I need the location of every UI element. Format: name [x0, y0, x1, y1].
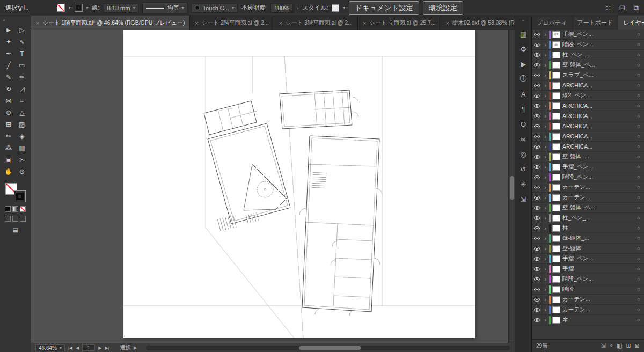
target-circle-icon[interactable]: ○	[633, 52, 644, 57]
chevron-down-icon[interactable]: ▾	[181, 5, 184, 10]
style-swatch[interactable]	[332, 4, 339, 12]
history-icon[interactable]: ↺	[515, 162, 531, 177]
opentype-icon[interactable]: O	[515, 116, 531, 131]
previous-artboard-button[interactable]: ◀	[76, 346, 79, 350]
rectangle-tool[interactable]: ▭	[16, 60, 29, 71]
chevron-down-icon[interactable]: ▾	[69, 5, 71, 10]
expand-chevron-icon[interactable]: ›	[542, 276, 549, 282]
layer-row[interactable]: ›カーテン...○	[532, 305, 644, 315]
layer-row[interactable]: ›線2_ペン...○	[532, 91, 644, 101]
next-artboard-button[interactable]: ▶	[98, 346, 101, 350]
blend-tool[interactable]: ◈	[16, 130, 29, 142]
visibility-toggle[interactable]	[532, 40, 542, 49]
character-icon[interactable]: A	[515, 86, 531, 101]
layer-row[interactable]: ›壁-躯体_...○	[532, 152, 644, 162]
gradient-mode-button[interactable]	[12, 206, 18, 212]
line-segment-tool[interactable]: ╱	[2, 60, 16, 71]
target-circle-icon[interactable]: ○	[633, 154, 644, 159]
visibility-toggle[interactable]	[532, 70, 542, 80]
zoom-control[interactable]: 46.64% ▾	[35, 344, 65, 351]
horizontal-scrollbar[interactable]	[146, 346, 510, 350]
target-circle-icon[interactable]: ○	[633, 144, 644, 149]
status-flyout-icon[interactable]: ▶	[134, 345, 137, 350]
layer-row[interactable]: ›階段○	[532, 284, 644, 295]
none-mode-button[interactable]	[20, 206, 26, 212]
free-transform-tool[interactable]: ⌗	[16, 95, 29, 106]
color-mode-button[interactable]	[5, 206, 11, 212]
expand-chevron-icon[interactable]: ›	[542, 317, 549, 323]
layer-row[interactable]: ›ARCHICA...○	[532, 131, 644, 142]
target-circle-icon[interactable]: ○	[633, 205, 644, 210]
target-circle-icon[interactable]: ○	[633, 307, 644, 312]
expand-chevron-icon[interactable]: ›	[542, 113, 549, 119]
adjustments-icon[interactable]: ☀	[515, 177, 531, 192]
layer-row[interactable]: ›手摺○	[532, 264, 644, 274]
expand-chevron-icon[interactable]: ›	[542, 174, 549, 180]
layer-row[interactable]: ›手摺_ペン...○	[532, 162, 644, 172]
visibility-toggle[interactable]	[532, 223, 542, 233]
tab-レイヤー[interactable]: レイヤー	[618, 16, 644, 30]
rotate-tool[interactable]: ↻	[2, 83, 16, 94]
expand-chevron-icon[interactable]: ›	[542, 144, 549, 150]
layer-row[interactable]: ›カーテン...○	[532, 295, 644, 305]
chevron-down-icon[interactable]: ▾	[343, 5, 345, 10]
close-tab-icon[interactable]: ×	[363, 20, 366, 26]
target-circle-icon[interactable]: ○	[633, 42, 644, 47]
target-circle-icon[interactable]: ○	[633, 93, 644, 98]
layer-row[interactable]: ›UP手摺_ペン...○	[532, 30, 644, 40]
expand-chevron-icon[interactable]: ›	[542, 154, 549, 160]
artboards-icon[interactable]: ▦	[515, 26, 531, 41]
arrange-documents-icon[interactable]: ⧉	[634, 4, 639, 12]
expand-chevron-icon[interactable]: ›	[542, 266, 549, 272]
lasso-tool[interactable]: ∿	[16, 36, 29, 47]
visibility-toggle[interactable]	[532, 131, 542, 141]
chevron-down-icon[interactable]: ▾	[60, 346, 62, 350]
status-display[interactable]: 選択 ▶	[120, 344, 137, 351]
brush-field[interactable]: Touch C... ▾	[191, 3, 238, 13]
target-circle-icon[interactable]: ○	[633, 236, 644, 241]
layer-row[interactable]: ›手摺_ペン...○	[532, 254, 644, 264]
document-tab[interactable]: ×樹木02.dxf @ 58.08% (R...	[441, 16, 515, 30]
links-icon[interactable]: ∞	[515, 131, 531, 146]
selection-tool[interactable]: ►	[2, 24, 16, 35]
visibility-toggle[interactable]	[532, 244, 542, 253]
expand-chevron-icon[interactable]: ›	[542, 93, 549, 99]
locate-object-icon[interactable]: ⌖	[610, 342, 613, 349]
artboard-number-field[interactable]: 1	[82, 344, 95, 351]
artboard[interactable]	[123, 30, 475, 338]
vertical-scrollbar-thumb[interactable]	[510, 176, 514, 200]
layer-row[interactable]: ›ARCHICA...○	[532, 121, 644, 131]
target-circle-icon[interactable]: ○	[633, 287, 644, 292]
visibility-toggle[interactable]	[532, 233, 542, 243]
target-circle-icon[interactable]: ○	[633, 195, 644, 200]
document-tab[interactable]: ×シート 3階平面図.ai @ 2...	[274, 16, 358, 30]
expand-chevron-icon[interactable]: ›	[542, 215, 549, 221]
target-circle-icon[interactable]: ○	[633, 185, 644, 190]
layer-row[interactable]: ›ARCHICA...○	[532, 80, 644, 91]
visibility-toggle[interactable]	[532, 315, 542, 325]
document-tab[interactable]: ×シート 立面図.ai @ 25.7...	[358, 16, 441, 30]
expand-chevron-icon[interactable]: ›	[542, 256, 549, 262]
eyedropper-tool[interactable]: ✑	[2, 130, 16, 142]
paragraph-icon[interactable]: ¶	[515, 101, 531, 116]
expand-chevron-icon[interactable]: ›	[542, 297, 549, 303]
layer-row[interactable]: ›ARCHICA...○	[532, 101, 644, 111]
paintbrush-tool[interactable]: ✎	[2, 71, 16, 83]
chevron-down-icon[interactable]: ▾	[133, 5, 135, 10]
visibility-toggle[interactable]	[532, 80, 542, 90]
expand-chevron-icon[interactable]: ›	[542, 32, 549, 38]
document-tab[interactable]: ×シート 1階平面図.ai* @ 46.64% (RGB/GPU プレビュー)	[31, 16, 190, 30]
magic-wand-tool[interactable]: ✦	[2, 36, 16, 47]
gear-icon[interactable]: ⚙	[515, 41, 531, 56]
pen-tool[interactable]: ✒	[2, 48, 16, 59]
horizontal-scrollbar-thumb[interactable]	[299, 346, 361, 350]
target-circle-icon[interactable]: ○	[633, 225, 644, 231]
expand-chevron-icon[interactable]: ›	[542, 123, 549, 129]
opacity-flyout-icon[interactable]: ›	[297, 5, 298, 11]
target-circle-icon[interactable]: ○	[633, 72, 644, 78]
target-circle-icon[interactable]: ○	[633, 83, 644, 88]
target-circle-icon[interactable]: ○	[633, 123, 644, 129]
expand-chevron-icon[interactable]: ›	[542, 72, 549, 78]
visibility-toggle[interactable]	[532, 182, 542, 192]
document-tab[interactable]: ×シート 2階平面図.ai @ 2...	[190, 16, 274, 30]
